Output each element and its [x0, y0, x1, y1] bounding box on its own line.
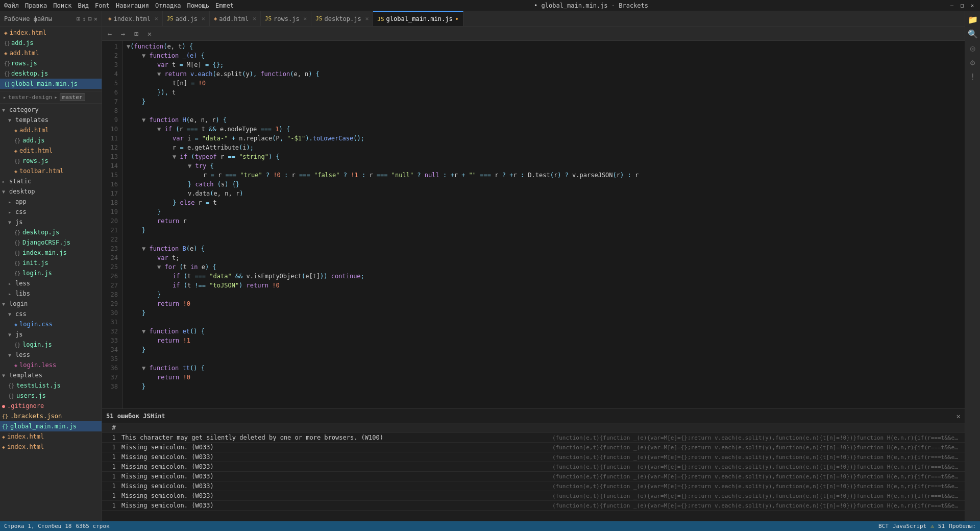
tree-less[interactable]: ▸ less: [0, 278, 102, 288]
tree-logincss[interactable]: ◈ login.css: [0, 319, 102, 329]
back-button[interactable]: ←: [104, 28, 115, 39]
tab-close[interactable]: ✕: [253, 15, 256, 22]
right-icon-files[interactable]: 📁: [967, 13, 979, 26]
sidebar-file-addhtml[interactable]: ◈ add.html: [0, 48, 102, 58]
tree-js[interactable]: ▼ js: [0, 217, 102, 227]
tree-addhtml[interactable]: ◈ add.html: [0, 125, 102, 135]
tab-close[interactable]: ✕: [304, 15, 307, 22]
tree-gitignore[interactable]: ● .gitignore: [0, 401, 102, 411]
menu-file[interactable]: Файл: [4, 2, 19, 9]
sidebar-file-indexhtml[interactable]: ◈ index.html: [0, 28, 102, 38]
menu-bar[interactable]: Файл Правка Поиск Вид Font Навигация Отл…: [4, 2, 234, 9]
tab-label: global_main.min.js: [386, 15, 453, 22]
minimize-button[interactable]: —: [948, 2, 955, 9]
menu-emmet[interactable]: Emmet: [215, 2, 234, 9]
tree-login[interactable]: ▼ login: [0, 299, 102, 309]
tree-templates2[interactable]: ▼ templates: [0, 370, 102, 380]
sidebar-icon-new[interactable]: ⊞: [77, 15, 80, 22]
folder-name: desktop: [9, 188, 35, 195]
tree-edithtml[interactable]: ◈ edit.html: [0, 146, 102, 156]
sidebar-icon-close[interactable]: ✕: [94, 15, 97, 22]
close-panel-button[interactable]: ✕: [957, 412, 961, 420]
tree-desktopjs2[interactable]: {} desktop.js: [0, 227, 102, 237]
project-label[interactable]: ▸ tester-design ▸ master: [3, 93, 99, 101]
menu-search[interactable]: Поиск: [53, 2, 71, 9]
sidebar-file-rowsjs[interactable]: {} rows.js: [0, 58, 102, 68]
folder-name: login: [9, 300, 28, 307]
split-button[interactable]: ⊞: [131, 28, 142, 39]
tab-desktopjs[interactable]: JS desktop.js ✕: [311, 11, 373, 27]
tree-bracketsjson[interactable]: {} .brackets.json: [0, 411, 102, 421]
right-icon-search[interactable]: 🔍: [967, 28, 979, 40]
right-icon-jshint[interactable]: !: [967, 70, 979, 83]
menu-edit[interactable]: Правка: [25, 2, 47, 9]
sidebar-header: Рабочие файлы ⊞ ↕ ⊟ ✕: [0, 11, 102, 27]
error-code-snippet: (function(e,t){function _(e){var=M[e]={}…: [552, 435, 961, 441]
tab-indexhtml[interactable]: ◈ index.html ✕: [104, 11, 163, 27]
maximize-button[interactable]: □: [959, 2, 966, 9]
folder-name: templates: [15, 116, 48, 124]
tree-static[interactable]: ▸ static: [0, 176, 102, 186]
folder-name: category: [9, 106, 39, 113]
tree-indexhtml3[interactable]: ◈ index.html: [0, 442, 102, 452]
menu-font[interactable]: Font: [95, 2, 110, 9]
file-name: .gitignore: [7, 402, 44, 409]
tab-close[interactable]: ✕: [202, 15, 205, 22]
tree-addjs[interactable]: {} add.js: [0, 135, 102, 146]
file-name: users.js: [16, 392, 46, 399]
js-tab-icon: JS: [315, 15, 322, 22]
close-button[interactable]: ✕: [969, 2, 976, 9]
tab-rowsjs[interactable]: JS rows.js ✕: [261, 11, 311, 27]
tree-globalmainminjs[interactable]: {} global_main.min.js: [0, 421, 102, 431]
sidebar-file-desktopjs[interactable]: {} desktop.js: [0, 68, 102, 79]
right-icon-git[interactable]: ◎: [967, 42, 979, 54]
tree-templates[interactable]: ▼ templates: [0, 115, 102, 125]
menu-view[interactable]: Вид: [78, 2, 89, 9]
close-tab-button[interactable]: ✕: [144, 28, 155, 39]
tree-testslistjs[interactable]: {} testsList.js: [0, 380, 102, 391]
tree-indexhtml2[interactable]: ◈ index.html: [0, 431, 102, 442]
sidebar-icon-split[interactable]: ⊟: [88, 15, 92, 22]
tab-globalmain[interactable]: JS global_main.min.js •: [373, 11, 463, 27]
jshint-button[interactable]: BCT: [878, 523, 889, 529]
tree-rowsjs[interactable]: {} rows.js: [0, 156, 102, 166]
js-tab-icon: JS: [265, 15, 272, 22]
code-editor[interactable]: 12345678 910111213141516 171819202122232…: [102, 41, 965, 408]
bottom-panel-header: 51 ошибок JSHint ✕: [102, 409, 965, 423]
tree-usersjs[interactable]: {} users.js: [0, 391, 102, 401]
tree-loginless-folder[interactable]: ▼ less: [0, 350, 102, 360]
tab-addhtml[interactable]: ◈ add.html ✕: [210, 11, 261, 27]
menu-debug[interactable]: Отладка: [155, 2, 181, 9]
file-name: login.less: [19, 361, 56, 369]
error-count: 1: [106, 463, 121, 470]
tree-djangocsrf[interactable]: {} DjangoCRSF.js: [0, 237, 102, 248]
tree-css[interactable]: ▸ css: [0, 207, 102, 217]
menu-help[interactable]: Помощь: [187, 2, 209, 9]
language-mode[interactable]: JavaScript: [893, 523, 926, 529]
forward-button[interactable]: →: [117, 28, 129, 39]
tree-loginjs[interactable]: {} login.js: [0, 268, 102, 278]
tree-loginjs-folder[interactable]: ▼ js: [0, 329, 102, 340]
sidebar-file-globalmainminjs[interactable]: {} global_main.min.js: [0, 79, 102, 89]
sidebar-icon-sort[interactable]: ↕: [82, 15, 86, 22]
tab-close[interactable]: ✕: [365, 15, 369, 22]
tree-logincss-folder[interactable]: ▼ css: [0, 309, 102, 319]
tab-close[interactable]: ✕: [155, 15, 158, 22]
spaces-label[interactable]: Пробелы:: [949, 523, 976, 529]
tree-loginjs2[interactable]: {} login.js: [0, 340, 102, 350]
error-message: Missing semicolon. (W033): [121, 502, 552, 509]
tree-desktop[interactable]: ▼ desktop: [0, 186, 102, 197]
tree-toolbarhtml[interactable]: ◈ toolbar.html: [0, 166, 102, 176]
tab-addjs[interactable]: JS add.js ✕: [163, 11, 210, 27]
file-name: DjangoCRSF.js: [22, 239, 70, 246]
sidebar-file-addjs[interactable]: {} add.js: [0, 38, 102, 48]
tree-app[interactable]: ▸ app: [0, 197, 102, 207]
code-content[interactable]: ▼(function(e, t) { ▼ function _(e) { var…: [122, 41, 965, 408]
tree-loginless[interactable]: ◈ login.less: [0, 360, 102, 370]
tree-initjs[interactable]: {} init.js: [0, 258, 102, 268]
tree-category[interactable]: ▼ category: [0, 105, 102, 115]
right-icon-extensions[interactable]: ⚙: [967, 56, 979, 68]
menu-navigate[interactable]: Навигация: [116, 2, 149, 9]
tree-indexminjs[interactable]: {} index.min.js: [0, 248, 102, 258]
tree-libs[interactable]: ▸ libs: [0, 288, 102, 299]
